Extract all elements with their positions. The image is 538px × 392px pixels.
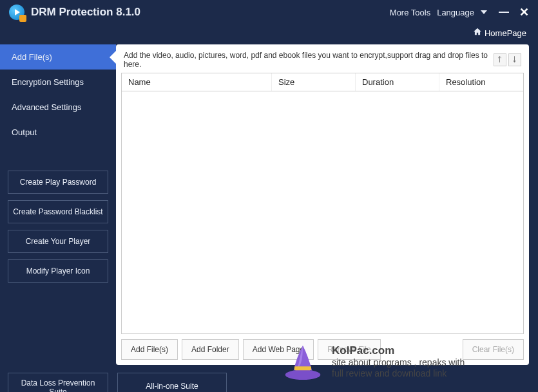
clear-files-button[interactable]: Clear File(s) [463, 339, 524, 360]
nav-add-files[interactable]: Add File(s) [0, 44, 116, 70]
titlebar: DRM Protection 8.1.0 More Tools Language… [0, 0, 538, 24]
hint-text: Add the video, audio, pictures, word, pd… [124, 51, 492, 69]
main-panel: Add the video, audio, pictures, word, pd… [116, 44, 529, 365]
nav-encryption-settings[interactable]: Encryption Settings [0, 70, 116, 95]
create-your-player-button[interactable]: Create Your Player [8, 230, 108, 253]
home-row: HomePage [0, 24, 538, 44]
action-row: Add File(s) Add Folder Add Web Page Remo… [121, 334, 524, 360]
move-up-button[interactable]: 🡑 [494, 53, 506, 66]
minimize-button[interactable] [499, 12, 509, 13]
app-title: DRM Protection 8.1.0 [31, 6, 390, 19]
home-icon[interactable] [473, 27, 482, 38]
col-name[interactable]: Name [122, 73, 272, 91]
sidebar: Add File(s) Encryption Settings Advanced… [0, 44, 116, 365]
col-size[interactable]: Size [272, 73, 356, 91]
add-web-page-button[interactable]: Add Web Page [243, 339, 314, 360]
create-play-password-button[interactable]: Create Play Password [8, 171, 108, 194]
data-loss-prevention-button[interactable]: Data Loss Prevention Suite [8, 373, 108, 392]
add-folder-button[interactable]: Add Folder [182, 339, 239, 360]
close-button[interactable]: ✕ [519, 5, 529, 19]
bottom-bar: Data Loss Prevention Suite All-in-one Su… [0, 365, 538, 392]
col-resolution[interactable]: Resolution [439, 73, 523, 91]
remove-file-button[interactable]: Remove File [318, 339, 380, 360]
modify-player-icon-button[interactable]: Modify Player Icon [8, 259, 108, 283]
all-in-one-suite-button[interactable]: All-in-one Suite [117, 373, 227, 392]
nav-output[interactable]: Output [0, 120, 116, 145]
col-duration[interactable]: Duration [356, 73, 439, 91]
more-tools-link[interactable]: More Tools [390, 8, 430, 17]
add-files-button[interactable]: Add File(s) [121, 339, 178, 360]
language-link[interactable]: Language [437, 8, 474, 17]
nav-advanced-settings[interactable]: Advanced Settings [0, 95, 116, 120]
homepage-link[interactable]: HomePage [485, 28, 526, 38]
table-header: Name Size Duration Resolution [122, 73, 523, 91]
language-dropdown-icon[interactable] [481, 10, 487, 14]
app-logo-icon [9, 5, 24, 20]
create-password-blacklist-button[interactable]: Create Password Blacklist [8, 200, 108, 223]
file-table[interactable]: Name Size Duration Resolution [121, 73, 524, 334]
move-down-button[interactable]: 🡓 [508, 53, 521, 66]
